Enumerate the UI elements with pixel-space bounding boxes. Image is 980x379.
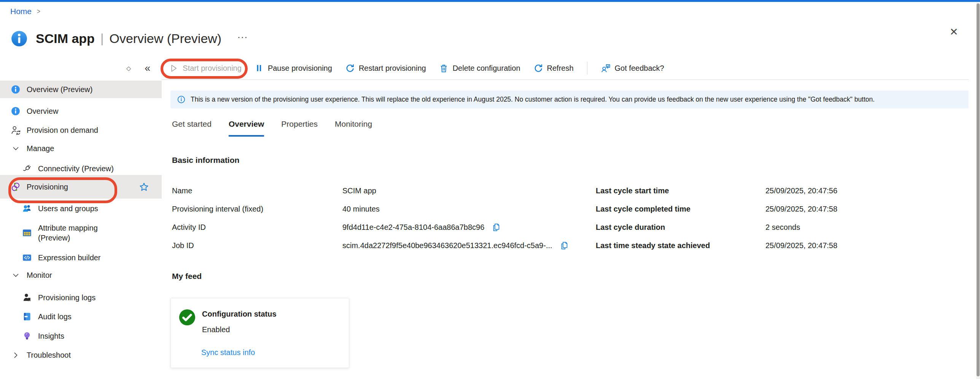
tab-properties[interactable]: Properties [281, 119, 318, 137]
scrollbar[interactable] [976, 2, 980, 379]
sidebar-item-expression-builder[interactable]: Expression builder [0, 249, 162, 266]
button-label: Pause provisioning [268, 64, 332, 73]
pause-provisioning-button[interactable]: Pause provisioning [255, 64, 332, 73]
command-bar: ◇ « Start provisioning Pause provisionin… [126, 57, 671, 79]
refresh-button[interactable]: Refresh [533, 64, 574, 73]
breadcrumb-separator: > [37, 7, 40, 16]
people-icon [22, 204, 32, 213]
info-circle-icon [177, 95, 186, 104]
title-separator: | [100, 31, 104, 46]
play-icon [169, 64, 178, 73]
sidebar-item-label: Connectivity (Preview) [38, 164, 114, 174]
delete-icon [439, 64, 449, 73]
breadcrumb-home-link[interactable]: Home [10, 7, 32, 16]
sidebar-item-label: Provisioning [27, 182, 68, 192]
scrollbar-thumb[interactable] [977, 3, 980, 376]
tab-monitoring[interactable]: Monitoring [335, 119, 372, 137]
field-row-last-cycle-completed: Last cycle completed time 25/09/2025, 20… [596, 203, 837, 215]
sync-status-info-link[interactable]: Sync status info [201, 348, 255, 357]
sidebar-item-label: Provisioning logs [38, 293, 95, 303]
sidebar-item-provision-on-demand[interactable]: Provision on demand [0, 121, 162, 139]
sidebar-group-label: Monitor [27, 270, 52, 280]
more-options-button[interactable]: ... [237, 29, 248, 41]
field-label: Name [172, 186, 342, 195]
resize-handle-icon[interactable]: ◇ [126, 65, 131, 72]
sidebar-item-label: Expression builder [38, 253, 101, 263]
person-sync-icon [10, 125, 21, 135]
chevron-down-icon [10, 271, 21, 279]
sidebar-item-provisioning-logs[interactable]: Provisioning logs [0, 289, 162, 306]
collapse-menu-icon[interactable]: « [145, 63, 150, 73]
sidebar-item-overview[interactable]: Overview [0, 102, 162, 120]
button-label: Restart provisioning [359, 64, 426, 73]
delete-configuration-button[interactable]: Delete configuration [439, 64, 520, 73]
chevron-down-icon [10, 145, 21, 153]
sidebar-item-insights[interactable]: Insights [0, 327, 162, 345]
top-accent-bar [0, 0, 980, 2]
field-row-job-id: Job ID scim.4da2272f9f5e40be963463620e51… [172, 240, 569, 251]
field-row-steady-state: Last time steady state achieved 25/09/20… [596, 240, 837, 251]
button-label: Start provisioning [183, 64, 242, 73]
field-label: Last cycle start time [596, 186, 765, 195]
sidebar-item-label: Users and groups [38, 204, 98, 213]
copy-icon[interactable] [492, 223, 501, 232]
sidebar-item-attribute-mapping-preview[interactable]: Attribute mapping (Preview) [0, 221, 162, 245]
field-label: Last cycle duration [596, 223, 765, 232]
tab-bar: Get started Overview Properties Monitori… [172, 119, 372, 137]
field-label: Last cycle completed time [596, 205, 765, 213]
field-value: 25/09/2025, 20:47:58 [765, 205, 837, 213]
sidebar-group-label: Manage [27, 143, 54, 153]
tab-get-started[interactable]: Get started [172, 119, 212, 137]
provisioning-icon [10, 182, 21, 192]
field-row-last-cycle-duration: Last cycle duration 2 seconds [596, 221, 800, 233]
sidebar-group-label: Troubleshoot [27, 350, 71, 360]
info-icon [10, 84, 21, 94]
page-title: SCIM app [36, 31, 95, 46]
sidebar-item-users-and-groups[interactable]: Users and groups [0, 200, 162, 217]
toolbar-divider [587, 62, 587, 75]
sidebar-item-label: Provision on demand [27, 125, 98, 135]
start-provisioning-button[interactable]: Start provisioning [169, 64, 242, 73]
configuration-status-card: Configuration status Enabled Sync status… [170, 298, 349, 368]
restart-provisioning-button[interactable]: Restart provisioning [345, 64, 426, 73]
toolbar-bottom-border [162, 80, 969, 80]
sidebar-group-troubleshoot[interactable]: Troubleshoot [0, 346, 162, 364]
copy-icon[interactable] [560, 241, 569, 250]
close-icon[interactable]: ✕ [950, 26, 958, 38]
got-feedback-button[interactable]: Got feedback? [601, 63, 664, 73]
field-label: Job ID [172, 241, 342, 250]
sidebar-item-label: Audit logs [38, 312, 72, 322]
restart-icon [345, 64, 355, 73]
field-value: 25/09/2025, 20:47:58 [765, 241, 837, 250]
field-value: scim.4da2272f9f5e40be963463620e513321.ec… [342, 241, 552, 250]
field-value: 25/09/2025, 20:47:56 [765, 186, 837, 195]
button-label: Delete configuration [453, 64, 520, 73]
status-value: Enabled [202, 325, 230, 334]
tab-overview[interactable]: Overview [229, 119, 264, 137]
field-row-activity-id: Activity ID 9fd4d11e-c4e2-475a-8104-6aa8… [172, 221, 501, 233]
field-row-last-cycle-start: Last cycle start time 25/09/2025, 20:47:… [596, 185, 837, 196]
basic-information-heading: Basic information [172, 156, 239, 165]
table-icon [22, 228, 32, 238]
notebook-icon [22, 312, 32, 322]
favorite-star-icon[interactable] [139, 182, 149, 192]
sidebar-item-label: Overview (Preview) [27, 84, 92, 94]
field-value: SCIM app [342, 186, 376, 195]
scim-app-overview-page: Home > SCIM app | Overview (Preview) ...… [0, 0, 980, 379]
sidebar-nav: Overview (Preview) Overview Provision on… [0, 80, 162, 379]
field-label: Activity ID [172, 223, 342, 232]
plug-icon [22, 164, 32, 174]
button-label: Got feedback? [615, 64, 664, 73]
sidebar-item-overview-preview[interactable]: Overview (Preview) [0, 81, 162, 98]
breadcrumb: Home > [10, 7, 41, 16]
sidebar-group-monitor[interactable]: Monitor [0, 266, 162, 284]
page-header: SCIM app | Overview (Preview) ... [10, 27, 248, 50]
field-label: Last time steady state achieved [596, 241, 765, 250]
field-label: Provisioning interval (fixed) [172, 205, 342, 213]
sidebar-item-provisioning[interactable]: Provisioning [0, 175, 162, 199]
sidebar-item-label: Attribute mapping (Preview) [38, 223, 129, 243]
field-row-name: Name SCIM app [172, 185, 376, 196]
sidebar-group-manage[interactable]: Manage [0, 140, 162, 157]
refresh-icon [533, 64, 543, 73]
sidebar-item-audit-logs[interactable]: Audit logs [0, 308, 162, 325]
